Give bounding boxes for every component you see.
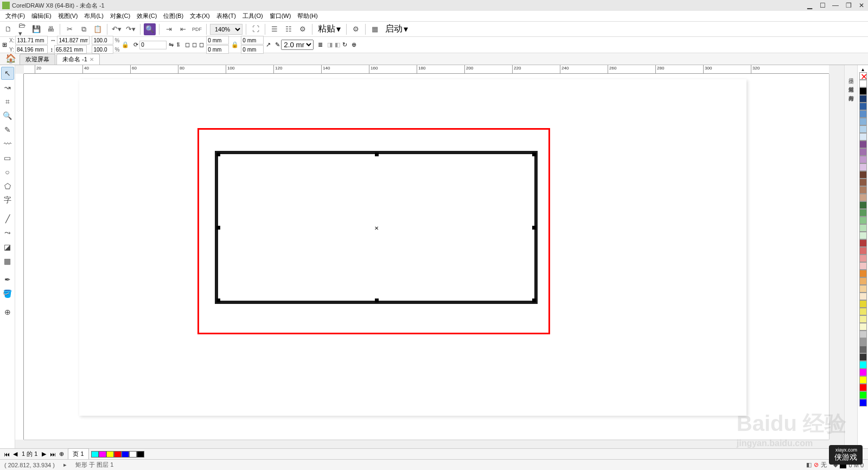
handle-bot-right[interactable]: [532, 298, 536, 302]
print-button[interactable]: 🖶: [44, 23, 56, 35]
launch-dropdown[interactable]: 启动▾: [383, 23, 410, 35]
lock-ratio-button[interactable]: 🔒: [122, 41, 129, 48]
color-swatch[interactable]: [859, 285, 867, 293]
import-button[interactable]: ⇥: [163, 23, 175, 35]
color-swatch[interactable]: [859, 262, 867, 270]
maximize-icon[interactable]: ☐: [818, 2, 827, 9]
corner-round-button[interactable]: ◻: [185, 41, 190, 48]
canvas[interactable]: ✕: [24, 74, 829, 440]
color-swatch[interactable]: [859, 179, 867, 186]
color-swatch[interactable]: [859, 133, 867, 141]
color-swatch[interactable]: [859, 277, 867, 285]
color-swatch[interactable]: [859, 346, 867, 353]
color-swatch[interactable]: [859, 300, 867, 308]
mirror-v-button[interactable]: ⥮: [176, 41, 181, 48]
fill-indicator-icon[interactable]: ◧: [806, 461, 812, 468]
ruler-horizontal[interactable]: 2040608010012014016018020022024026028030…: [24, 65, 829, 74]
color-eyedropper-tool[interactable]: ✒: [1, 273, 14, 286]
outline-width-select[interactable]: 2.0 mm: [281, 40, 314, 50]
color-swatch[interactable]: [859, 186, 867, 194]
color-swatch[interactable]: [859, 224, 867, 232]
front-button[interactable]: ◨: [327, 41, 333, 48]
menu-item[interactable]: 对象(C): [107, 11, 133, 21]
interactive-fill-tool[interactable]: 🪣: [1, 287, 14, 300]
color-swatch[interactable]: [859, 194, 867, 201]
search-button[interactable]: 🔍: [144, 23, 156, 35]
handle-top-right[interactable]: [532, 153, 536, 156]
zoom-select[interactable]: 140%: [210, 24, 242, 35]
corner-br-input[interactable]: [241, 45, 264, 54]
page-next-icon[interactable]: ▶: [40, 450, 48, 459]
menu-item[interactable]: 表格(T): [213, 11, 239, 21]
mini-swatch[interactable]: [122, 451, 129, 458]
drop-shadow-tool[interactable]: ◪: [1, 240, 14, 253]
cut-button[interactable]: ✂: [63, 23, 75, 35]
new-button[interactable]: 🗋: [2, 23, 14, 35]
grid-icon[interactable]: ⊞: [2, 41, 7, 48]
mirror-h-button[interactable]: ⇋: [169, 41, 174, 48]
color-swatch[interactable]: [859, 125, 867, 133]
outline-indicator-icon[interactable]: ◆: [833, 461, 838, 468]
menu-item[interactable]: 效果(C): [133, 11, 160, 21]
pick-tool[interactable]: ↖: [1, 67, 14, 80]
mini-swatch[interactable]: [106, 451, 114, 458]
color-swatch[interactable]: [859, 308, 867, 315]
color-swatch[interactable]: [859, 110, 867, 118]
launch-button[interactable]: ▦: [369, 23, 381, 35]
scalex-input[interactable]: [92, 36, 113, 45]
corner-tr-input[interactable]: [241, 36, 264, 45]
color-swatch[interactable]: [859, 361, 867, 369]
quick-customize-tools[interactable]: ⊕: [1, 306, 14, 319]
artistic-media-tool[interactable]: 〰: [1, 137, 14, 150]
options-button[interactable]: ⚙: [297, 23, 309, 35]
tab-welcome[interactable]: 欢迎屏幕: [20, 54, 55, 65]
corner-tl-input[interactable]: [206, 36, 229, 45]
color-swatch[interactable]: [859, 148, 867, 156]
color-swatch[interactable]: [859, 255, 867, 262]
rotation-input[interactable]: [139, 41, 167, 49]
rectangle-tool[interactable]: ▭: [1, 151, 14, 164]
handle-top-mid[interactable]: [375, 153, 379, 156]
color-swatch[interactable]: [859, 217, 867, 224]
page-tab[interactable]: 页 1: [68, 448, 88, 460]
export-button[interactable]: ⇤: [177, 23, 189, 35]
ruler-vertical[interactable]: [15, 74, 24, 440]
ellipse-tool[interactable]: ○: [1, 166, 14, 179]
save-button[interactable]: 💾: [30, 23, 42, 35]
corner-bl-input[interactable]: [206, 45, 229, 54]
menu-item[interactable]: 编辑(E): [28, 11, 55, 21]
color-swatch[interactable]: [859, 87, 867, 95]
fill-none-icon[interactable]: ⊘: [814, 461, 819, 468]
shape-tool[interactable]: ↝: [1, 81, 14, 94]
page-prev-icon[interactable]: ◀: [11, 450, 20, 459]
color-swatch[interactable]: [859, 95, 867, 103]
minimize-icon[interactable]: ▁: [805, 2, 814, 9]
color-swatch[interactable]: [859, 103, 867, 110]
redo-button[interactable]: ↷▾: [125, 23, 137, 35]
color-swatch[interactable]: [859, 293, 867, 300]
undo-button[interactable]: ↶▾: [111, 23, 123, 35]
prop-docker-button[interactable]: ☰: [269, 23, 280, 35]
relative-corner-button[interactable]: ↗: [266, 41, 271, 48]
page-last-icon[interactable]: ⏭: [48, 450, 57, 459]
mini-swatch[interactable]: [99, 451, 106, 458]
menu-item[interactable]: 布局(L): [81, 11, 106, 21]
color-swatch[interactable]: [859, 232, 867, 239]
corner-scallop-button[interactable]: ◻: [192, 41, 197, 48]
paste-dropdown[interactable]: 粘贴▾: [316, 23, 343, 35]
handle-mid-left[interactable]: [216, 226, 220, 230]
color-swatch[interactable]: [859, 239, 867, 247]
color-swatch[interactable]: [859, 338, 867, 346]
color-swatch[interactable]: [859, 353, 867, 361]
height-input[interactable]: [54, 45, 87, 54]
corner-chamfer-button[interactable]: ◻: [199, 41, 204, 48]
corner-lock-button[interactable]: 🔒: [231, 41, 239, 48]
handle-mid-right[interactable]: [532, 226, 536, 230]
mini-swatch[interactable]: [114, 451, 122, 458]
swatch-none[interactable]: ✕: [859, 72, 867, 80]
polygon-tool[interactable]: ⬠: [1, 180, 14, 193]
close-icon[interactable]: ✕: [857, 2, 866, 9]
mini-swatch[interactable]: [129, 451, 137, 458]
connector-tool[interactable]: ⤳: [1, 226, 14, 239]
color-swatch[interactable]: [859, 391, 867, 399]
